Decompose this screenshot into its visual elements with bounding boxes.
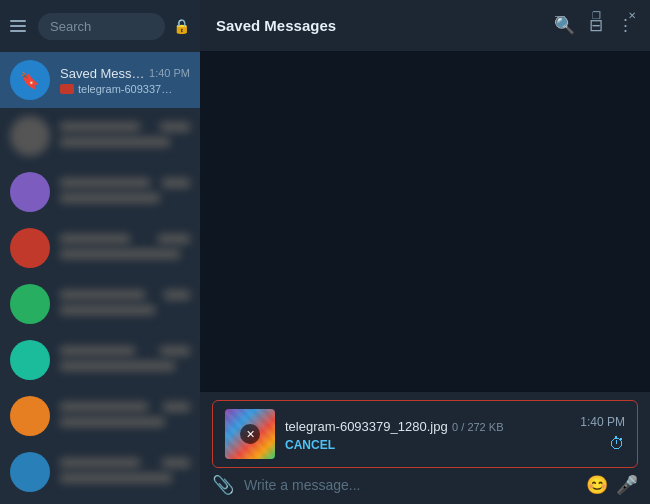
chat-name-blurred (60, 122, 140, 132)
chat-preview: telegram-6093379_1280.jpg (60, 83, 190, 95)
avatar (10, 396, 50, 436)
chat-messages (200, 52, 650, 391)
chat-item-4[interactable] (0, 220, 200, 276)
search-input[interactable] (38, 13, 165, 40)
chat-preview-blurred (60, 417, 165, 427)
minimize-button[interactable]: — (542, 0, 578, 30)
page-title: Saved Messages (216, 17, 336, 34)
preview-img-icon (60, 84, 74, 94)
chat-preview-blurred (60, 361, 175, 371)
chat-time-blurred (162, 178, 190, 188)
mic-icon[interactable]: 🎤 (616, 474, 638, 496)
avatar (10, 172, 50, 212)
remove-file-button[interactable]: ✕ (240, 424, 260, 444)
upload-right: 1:40 PM ⏱ (580, 415, 625, 453)
chat-info (60, 122, 190, 151)
avatar: 🔖 (10, 60, 50, 100)
chat-item-3[interactable] (0, 164, 200, 220)
avatar (10, 452, 50, 492)
chat-item-7[interactable] (0, 388, 200, 444)
compose-area: ✕ telegram-6093379_1280.jpg 0 / 272 KB C… (200, 391, 650, 504)
chat-preview-blurred (60, 473, 172, 483)
chat-time-blurred (163, 402, 190, 412)
chat-item-6[interactable] (0, 332, 200, 388)
app-container: 🔒 🔖 Saved Messages 1:40 PM telegram-6093… (0, 0, 650, 504)
compose-row: 📎 😊 🎤 (212, 474, 638, 496)
cancel-upload-button[interactable]: CANCEL (285, 438, 570, 452)
file-info: telegram-6093379_1280.jpg 0 / 272 KB CAN… (285, 417, 570, 452)
maximize-button[interactable]: ❐ (578, 0, 614, 30)
chat-time-blurred (160, 122, 190, 132)
chat-item-saved-messages[interactable]: 🔖 Saved Messages 1:40 PM telegram-609337… (0, 52, 200, 108)
hamburger-icon[interactable] (10, 16, 30, 36)
upload-preview-card: ✕ telegram-6093379_1280.jpg 0 / 272 KB C… (212, 400, 638, 468)
attach-icon[interactable]: 📎 (212, 474, 234, 496)
chat-preview-blurred (60, 305, 155, 315)
file-name: telegram-6093379_1280.jpg (285, 419, 448, 434)
chat-name-blurred (60, 402, 148, 412)
sidebar: 🔒 🔖 Saved Messages 1:40 PM telegram-6093… (0, 0, 200, 504)
close-button[interactable]: ✕ (614, 0, 650, 30)
main-chat: — ❐ ✕ Saved Messages 🔍 ⊟ ⋮ (200, 0, 650, 504)
chat-time-blurred (164, 290, 190, 300)
avatar (10, 284, 50, 324)
chat-preview-blurred (60, 193, 160, 203)
chat-time-blurred (160, 346, 190, 356)
chat-name: Saved Messages (60, 66, 149, 81)
avatar (10, 228, 50, 268)
chat-name-blurred (60, 234, 130, 244)
chat-time-blurred (158, 234, 190, 244)
message-input[interactable] (244, 477, 576, 493)
chat-name-blurred (60, 458, 140, 468)
file-thumbnail-container: ✕ (225, 409, 275, 459)
schedule-icon[interactable]: ⏱ (609, 435, 625, 453)
upload-time: 1:40 PM (580, 415, 625, 429)
chat-item-8[interactable] (0, 444, 200, 500)
avatar (10, 340, 50, 380)
avatar (10, 116, 50, 156)
chat-item-2[interactable] (0, 108, 200, 164)
chat-name-blurred (60, 346, 135, 356)
lock-icon: 🔒 (173, 18, 190, 34)
chat-name-row: Saved Messages 1:40 PM (60, 66, 190, 81)
compose-right: 😊 🎤 (586, 474, 638, 496)
window-controls: — ❐ ✕ (542, 0, 650, 30)
chat-preview-blurred (60, 137, 170, 147)
emoji-icon[interactable]: 😊 (586, 474, 608, 496)
chat-name-blurred (60, 290, 145, 300)
chat-info: Saved Messages 1:40 PM telegram-6093379_… (60, 66, 190, 95)
chat-preview-blurred (60, 249, 180, 259)
file-size: 0 / 272 KB (452, 421, 503, 433)
search-input-container (38, 13, 165, 40)
chat-item-5[interactable] (0, 276, 200, 332)
chat-name-blurred (60, 178, 150, 188)
chat-time-blurred (162, 458, 190, 468)
sidebar-header: 🔒 (0, 0, 200, 52)
chat-time: 1:40 PM (149, 67, 190, 79)
